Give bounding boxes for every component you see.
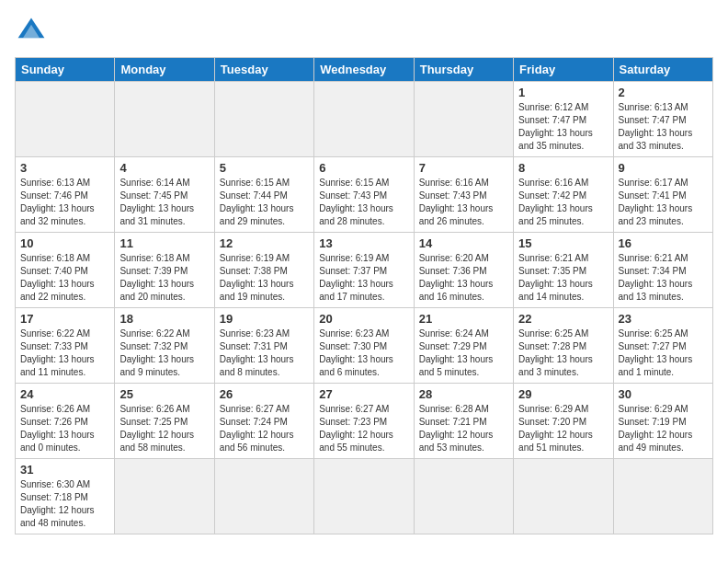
- day-cell: 2Sunrise: 6:13 AM Sunset: 7:47 PM Daylig…: [613, 82, 712, 157]
- day-info: Sunrise: 6:12 AM Sunset: 7:47 PM Dayligh…: [518, 101, 608, 153]
- day-info: Sunrise: 6:29 AM Sunset: 7:19 PM Dayligh…: [619, 403, 708, 454]
- day-info: Sunrise: 6:20 AM Sunset: 7:36 PM Dayligh…: [419, 252, 508, 304]
- day-cell: [16, 82, 115, 157]
- week-row-1: 3Sunrise: 6:13 AM Sunset: 7:46 PM Daylig…: [16, 157, 713, 233]
- day-info: Sunrise: 6:26 AM Sunset: 7:25 PM Dayligh…: [119, 403, 209, 454]
- logo: [15, 15, 51, 48]
- day-info: Sunrise: 6:21 AM Sunset: 7:35 PM Dayligh…: [518, 252, 608, 304]
- day-number: 12: [220, 236, 309, 250]
- day-number: 4: [119, 161, 209, 175]
- day-info: Sunrise: 6:16 AM Sunset: 7:42 PM Dayligh…: [518, 177, 608, 228]
- day-number: 3: [20, 161, 109, 175]
- day-number: 31: [20, 463, 109, 477]
- day-number: 7: [419, 161, 508, 175]
- day-info: Sunrise: 6:17 AM Sunset: 7:41 PM Dayligh…: [619, 177, 708, 228]
- day-cell: 3Sunrise: 6:13 AM Sunset: 7:46 PM Daylig…: [16, 157, 115, 233]
- day-number: 20: [319, 312, 408, 326]
- day-info: Sunrise: 6:30 AM Sunset: 7:18 PM Dayligh…: [20, 478, 109, 530]
- header-cell-sunday: Sunday: [16, 58, 115, 82]
- day-cell: 14Sunrise: 6:20 AM Sunset: 7:36 PM Dayli…: [414, 233, 513, 308]
- day-cell: 26Sunrise: 6:27 AM Sunset: 7:24 PM Dayli…: [214, 384, 313, 459]
- day-number: 19: [220, 312, 309, 326]
- day-cell: 16Sunrise: 6:21 AM Sunset: 7:34 PM Dayli…: [613, 233, 712, 308]
- day-number: 29: [518, 387, 608, 401]
- day-number: 15: [518, 236, 608, 250]
- day-info: Sunrise: 6:26 AM Sunset: 7:26 PM Dayligh…: [20, 403, 109, 454]
- day-info: Sunrise: 6:23 AM Sunset: 7:31 PM Dayligh…: [220, 327, 309, 379]
- day-cell: [214, 82, 313, 157]
- day-cell: 8Sunrise: 6:16 AM Sunset: 7:42 PM Daylig…: [514, 157, 613, 233]
- day-cell: 21Sunrise: 6:24 AM Sunset: 7:29 PM Dayli…: [414, 308, 513, 384]
- day-cell: 30Sunrise: 6:29 AM Sunset: 7:19 PM Dayli…: [613, 384, 712, 459]
- day-cell: 20Sunrise: 6:23 AM Sunset: 7:30 PM Dayli…: [314, 308, 414, 384]
- day-info: Sunrise: 6:16 AM Sunset: 7:43 PM Dayligh…: [419, 177, 508, 228]
- day-number: 14: [419, 236, 508, 250]
- day-cell: 27Sunrise: 6:27 AM Sunset: 7:23 PM Dayli…: [314, 384, 414, 459]
- day-number: 18: [119, 312, 209, 326]
- calendar-body: 1Sunrise: 6:12 AM Sunset: 7:47 PM Daylig…: [16, 82, 713, 534]
- day-number: 24: [20, 387, 109, 401]
- day-cell: 24Sunrise: 6:26 AM Sunset: 7:26 PM Dayli…: [16, 384, 115, 459]
- day-number: 1: [518, 86, 608, 99]
- day-cell: [314, 82, 414, 157]
- day-number: 6: [319, 161, 408, 175]
- day-cell: 17Sunrise: 6:22 AM Sunset: 7:33 PM Dayli…: [16, 308, 115, 384]
- day-cell: 23Sunrise: 6:25 AM Sunset: 7:27 PM Dayli…: [613, 308, 712, 384]
- week-row-0: 1Sunrise: 6:12 AM Sunset: 7:47 PM Daylig…: [16, 82, 713, 157]
- day-info: Sunrise: 6:13 AM Sunset: 7:46 PM Dayligh…: [20, 177, 109, 228]
- day-number: 17: [20, 312, 109, 326]
- day-info: Sunrise: 6:21 AM Sunset: 7:34 PM Dayligh…: [619, 252, 708, 304]
- day-info: Sunrise: 6:13 AM Sunset: 7:47 PM Dayligh…: [619, 101, 708, 153]
- header-cell-friday: Friday: [514, 58, 613, 82]
- day-cell: 5Sunrise: 6:15 AM Sunset: 7:44 PM Daylig…: [214, 157, 313, 233]
- day-cell: [115, 82, 214, 157]
- day-info: Sunrise: 6:18 AM Sunset: 7:40 PM Dayligh…: [20, 252, 109, 304]
- day-cell: 25Sunrise: 6:26 AM Sunset: 7:25 PM Dayli…: [115, 384, 214, 459]
- header-cell-saturday: Saturday: [613, 58, 712, 82]
- day-number: 23: [619, 312, 708, 326]
- week-row-3: 17Sunrise: 6:22 AM Sunset: 7:33 PM Dayli…: [16, 308, 713, 384]
- day-info: Sunrise: 6:19 AM Sunset: 7:37 PM Dayligh…: [319, 252, 408, 304]
- day-info: Sunrise: 6:27 AM Sunset: 7:24 PM Dayligh…: [220, 403, 309, 454]
- day-cell: 29Sunrise: 6:29 AM Sunset: 7:20 PM Dayli…: [514, 384, 613, 459]
- day-number: 21: [419, 312, 508, 326]
- day-number: 13: [319, 236, 408, 250]
- page-header: [15, 15, 713, 48]
- day-info: Sunrise: 6:19 AM Sunset: 7:38 PM Dayligh…: [220, 252, 309, 304]
- day-cell: [613, 459, 712, 534]
- day-number: 22: [518, 312, 608, 326]
- day-info: Sunrise: 6:15 AM Sunset: 7:44 PM Dayligh…: [220, 177, 309, 228]
- calendar-table: SundayMondayTuesdayWednesdayThursdayFrid…: [15, 57, 713, 534]
- day-cell: 15Sunrise: 6:21 AM Sunset: 7:35 PM Dayli…: [514, 233, 613, 308]
- day-info: Sunrise: 6:15 AM Sunset: 7:43 PM Dayligh…: [319, 177, 408, 228]
- day-number: 30: [619, 387, 708, 401]
- day-number: 27: [319, 387, 408, 401]
- day-number: 25: [119, 387, 209, 401]
- day-info: Sunrise: 6:14 AM Sunset: 7:45 PM Dayligh…: [119, 177, 209, 228]
- day-number: 9: [619, 161, 708, 175]
- header-cell-monday: Monday: [115, 58, 214, 82]
- day-number: 10: [20, 236, 109, 250]
- day-cell: 12Sunrise: 6:19 AM Sunset: 7:38 PM Dayli…: [214, 233, 313, 308]
- day-cell: 13Sunrise: 6:19 AM Sunset: 7:37 PM Dayli…: [314, 233, 414, 308]
- header-row: SundayMondayTuesdayWednesdayThursdayFrid…: [16, 58, 713, 82]
- day-cell: 11Sunrise: 6:18 AM Sunset: 7:39 PM Dayli…: [115, 233, 214, 308]
- day-info: Sunrise: 6:23 AM Sunset: 7:30 PM Dayligh…: [319, 327, 408, 379]
- day-cell: 7Sunrise: 6:16 AM Sunset: 7:43 PM Daylig…: [414, 157, 513, 233]
- logo-icon: [15, 15, 48, 48]
- day-info: Sunrise: 6:28 AM Sunset: 7:21 PM Dayligh…: [419, 403, 508, 454]
- day-number: 8: [518, 161, 608, 175]
- day-info: Sunrise: 6:27 AM Sunset: 7:23 PM Dayligh…: [319, 403, 408, 454]
- day-cell: [314, 459, 414, 534]
- day-cell: [414, 82, 513, 157]
- calendar-header: SundayMondayTuesdayWednesdayThursdayFrid…: [16, 58, 713, 82]
- day-info: Sunrise: 6:25 AM Sunset: 7:27 PM Dayligh…: [619, 327, 708, 379]
- day-info: Sunrise: 6:29 AM Sunset: 7:20 PM Dayligh…: [518, 403, 608, 454]
- day-number: 26: [220, 387, 309, 401]
- day-number: 2: [619, 86, 708, 99]
- day-info: Sunrise: 6:22 AM Sunset: 7:32 PM Dayligh…: [119, 327, 209, 379]
- day-number: 16: [619, 236, 708, 250]
- header-cell-tuesday: Tuesday: [214, 58, 313, 82]
- day-cell: 10Sunrise: 6:18 AM Sunset: 7:40 PM Dayli…: [16, 233, 115, 308]
- day-cell: [214, 459, 313, 534]
